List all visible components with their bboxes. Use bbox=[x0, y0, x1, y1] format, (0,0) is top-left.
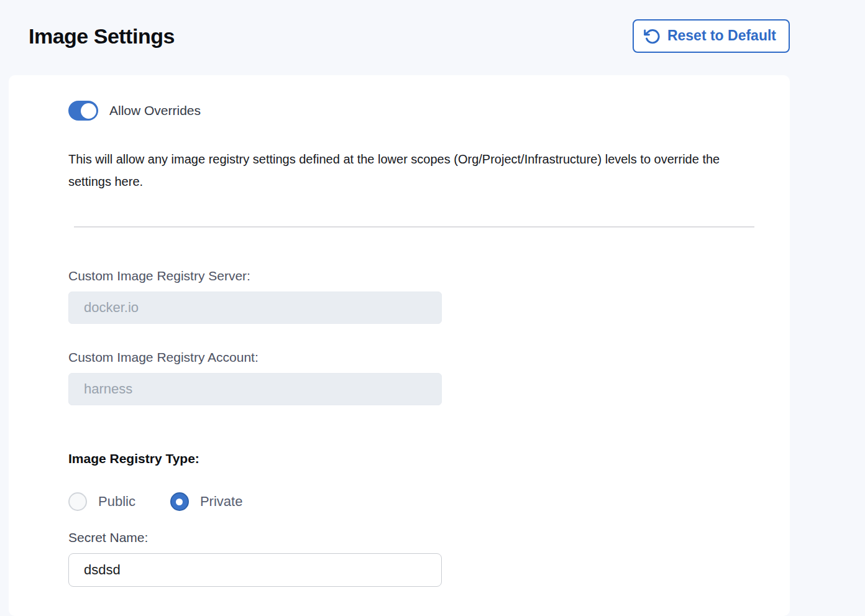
radio-label-public: Public bbox=[98, 494, 135, 510]
rotate-ccw-icon bbox=[644, 28, 661, 45]
registry-type-radio-group: Public Private bbox=[68, 492, 790, 511]
page-header: Image Settings Reset to Default bbox=[0, 0, 865, 55]
section-divider bbox=[74, 226, 754, 228]
allow-overrides-label: Allow Overrides bbox=[109, 103, 201, 118]
toggle-knob bbox=[81, 103, 96, 119]
page-title: Image Settings bbox=[29, 24, 175, 48]
radio-option-private[interactable]: Private bbox=[170, 492, 242, 511]
overrides-description: This will allow any image registry setti… bbox=[68, 148, 761, 193]
registry-server-input[interactable] bbox=[68, 292, 442, 324]
registry-server-label: Custom Image Registry Server: bbox=[68, 269, 790, 283]
registry-account-input[interactable] bbox=[68, 373, 442, 405]
radio-label-private: Private bbox=[200, 494, 242, 510]
radio-option-public[interactable]: Public bbox=[68, 492, 135, 511]
allow-overrides-row: Allow Overrides bbox=[68, 101, 790, 121]
radio-button-private[interactable] bbox=[170, 492, 189, 511]
allow-overrides-toggle[interactable] bbox=[68, 101, 98, 121]
secret-name-input[interactable] bbox=[68, 553, 442, 587]
registry-type-label: Image Registry Type: bbox=[68, 451, 790, 466]
radio-button-public[interactable] bbox=[68, 492, 87, 511]
image-settings-card: Allow Overrides This will allow any imag… bbox=[9, 75, 790, 616]
reset-to-default-button[interactable]: Reset to Default bbox=[633, 19, 790, 53]
registry-account-label: Custom Image Registry Account: bbox=[68, 350, 790, 365]
secret-name-label: Secret Name: bbox=[68, 530, 790, 545]
reset-button-label: Reset to Default bbox=[667, 27, 776, 45]
